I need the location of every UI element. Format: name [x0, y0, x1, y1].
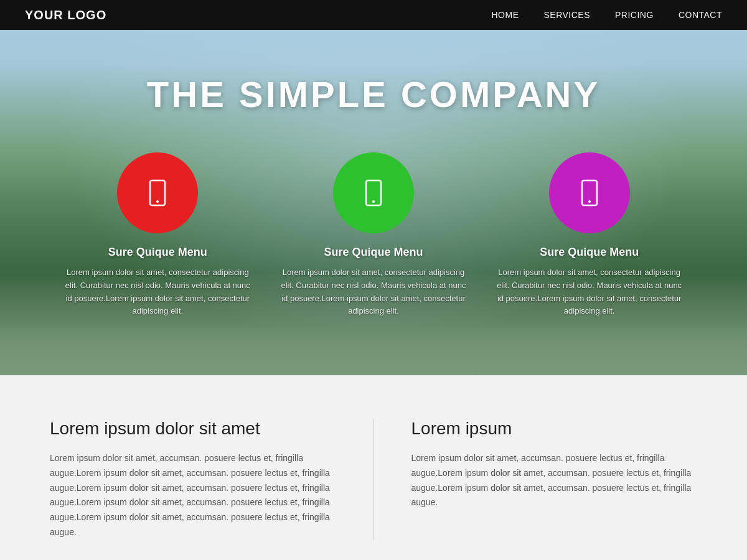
content-left: Lorem ipsum dolor sit amet Lorem ipsum d…	[50, 419, 336, 540]
content-right-title: Lorem ipsum	[411, 419, 698, 439]
hero-section: THE SIMPLE COMPANY Sure Quique Menu Lore…	[0, 30, 747, 375]
nav-home[interactable]: HOME	[491, 10, 519, 20]
hero-card-text-2: Lorem ipsum dolor sit amet, consectetur …	[277, 266, 470, 318]
hero-card-text-1: Lorem ipsum dolor sit amet, consectetur …	[61, 266, 254, 318]
hero-card-2: Sure Quique Menu Lorem ipsum dolor sit a…	[277, 152, 470, 318]
hero-card-title-1: Sure Quique Menu	[108, 246, 207, 259]
hero-card-icon-3	[549, 152, 630, 233]
nav-pricing[interactable]: PRICING	[615, 10, 654, 20]
hero-card-3: Sure Quique Menu Lorem ipsum dolor sit a…	[493, 152, 686, 318]
nav-services[interactable]: SERVICES	[543, 10, 590, 20]
hero-card-icon-1	[117, 152, 198, 233]
hero-card-1: Sure Quique Menu Lorem ipsum dolor sit a…	[61, 152, 254, 318]
mobile-icon-1	[143, 178, 172, 208]
navbar-links: HOME SERVICES PRICING CONTACT	[491, 10, 722, 20]
hero-card-icon-2	[333, 152, 414, 233]
content-divider	[374, 419, 374, 540]
mobile-icon-3	[575, 178, 604, 208]
svg-point-5	[588, 200, 591, 203]
svg-point-1	[156, 200, 159, 203]
content-left-title: Lorem ipsum dolor sit amet	[50, 419, 336, 439]
mobile-icon-2	[359, 178, 388, 208]
navbar: YOUR LOGO HOME SERVICES PRICING CONTACT	[0, 0, 747, 30]
content-right: Lorem ipsum Lorem ipsum dolor sit amet, …	[411, 419, 698, 540]
nav-contact[interactable]: CONTACT	[679, 10, 722, 20]
content-section: Lorem ipsum dolor sit amet Lorem ipsum d…	[0, 375, 747, 560]
content-left-text: Lorem ipsum dolor sit amet, accumsan. po…	[50, 451, 336, 540]
navbar-logo: YOUR LOGO	[25, 8, 106, 22]
hero-card-title-2: Sure Quique Menu	[324, 246, 423, 259]
hero-cards: Sure Quique Menu Lorem ipsum dolor sit a…	[0, 152, 747, 318]
content-right-text: Lorem ipsum dolor sit amet, accumsan. po…	[411, 451, 698, 510]
hero-card-title-3: Sure Quique Menu	[540, 246, 639, 259]
hero-card-text-3: Lorem ipsum dolor sit amet, consectetur …	[493, 266, 686, 318]
hero-title: THE SIMPLE COMPANY	[147, 73, 600, 115]
svg-point-3	[372, 200, 375, 203]
